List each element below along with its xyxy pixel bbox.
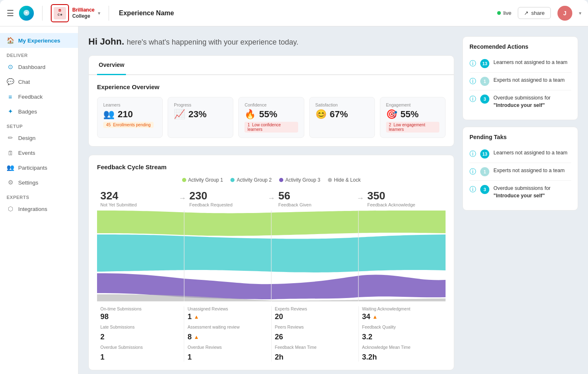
sidebar-item-events[interactable]: 🗓 Events bbox=[0, 145, 78, 160]
stat-learners-val: 210 bbox=[118, 109, 133, 120]
sidebar-item-settings[interactable]: ⚙ Settings bbox=[0, 175, 78, 190]
pending-item-1: ⓘ 13 Learners not assigned to a team bbox=[469, 145, 571, 163]
legend-activity-group-1: Activity Group 1 bbox=[182, 177, 223, 183]
pending-badge-3: 3 bbox=[480, 185, 489, 194]
overview-tabs: Overview bbox=[89, 56, 454, 75]
col-desc-4: Feedback Acknowledge bbox=[368, 202, 443, 207]
pending-icon-3: ⓘ bbox=[469, 185, 476, 194]
greeting-subtitle: here's what's happening with your experi… bbox=[127, 38, 299, 46]
sidebar-design-label: Design bbox=[18, 135, 36, 141]
arrow-1-icon: → bbox=[179, 194, 186, 203]
action-badge-1: 13 bbox=[480, 59, 489, 68]
stat-confidence-label: Confidence bbox=[244, 102, 298, 107]
sidebar-item-dashboard[interactable]: ⊙ Dashboard bbox=[0, 59, 78, 74]
footer-label-ontime: On-time Submissions bbox=[100, 306, 180, 311]
footer-val-ack-mean-time: 3.2h bbox=[362, 353, 442, 362]
action-text-1: Learners not assigned to a team bbox=[493, 59, 567, 66]
footer-label-waiting-review: Assessment waiting review bbox=[187, 324, 268, 329]
sidebar-item-my-experiences[interactable]: 🏠 My Experiences bbox=[0, 33, 78, 48]
right-panel: Recomended Actions ⓘ 13 Learners not ass… bbox=[462, 36, 578, 370]
integrations-icon: ⬡ bbox=[7, 205, 14, 213]
sidebar-participants-label: Participants bbox=[18, 165, 47, 171]
recommended-actions-title: Recomended Actions bbox=[469, 43, 571, 50]
sidebar-item-chat[interactable]: 💬 Chat bbox=[0, 74, 78, 89]
stat-learners: Learners 👥 210 45 Enrollments pending bbox=[97, 97, 163, 138]
engagement-icon: 🎯 bbox=[386, 109, 397, 120]
action-text-2: Experts not assigned to a team bbox=[493, 77, 564, 84]
share-label: share bbox=[531, 10, 545, 16]
sidebar: 🏠 My Experiences Deliver ⊙ Dashboard 💬 C… bbox=[0, 26, 78, 374]
share-button[interactable]: ↗ share bbox=[518, 7, 551, 19]
sidebar-item-feedback[interactable]: ≡ Feedback bbox=[0, 89, 78, 104]
sidebar-settings-label: Settings bbox=[18, 180, 38, 186]
legend-dot-1 bbox=[182, 178, 186, 182]
pending-badge-2: 1 bbox=[480, 167, 489, 176]
sidebar-item-design[interactable]: ✏ Design bbox=[0, 130, 78, 145]
brand-chevron-icon[interactable]: ▾ bbox=[98, 10, 100, 16]
brand-area[interactable]: B C★ Brilliance College ▾ bbox=[51, 4, 100, 22]
sidebar-dashboard-label: Dashboard bbox=[18, 64, 45, 70]
events-icon: 🗓 bbox=[7, 149, 14, 156]
live-dot-icon bbox=[497, 11, 501, 15]
stream-title: Feedback Cycle Stream bbox=[97, 163, 446, 170]
footer-label-waiting-ack: Waiting Acknowledgment bbox=[362, 306, 442, 311]
legend-activity-group-3: Activity Group 3 bbox=[279, 177, 320, 183]
action-item-2: ⓘ 1 Experts not assigned to a team bbox=[469, 73, 571, 90]
avatar-chevron-icon[interactable]: ▾ bbox=[579, 10, 581, 16]
footer-col-4: Waiting Acknowledgment 34 ▲ Feedback Qua… bbox=[358, 306, 446, 362]
divider bbox=[42, 6, 43, 21]
stream-col-nums: 324 Not Yet Submitted → 230 Feedback Req… bbox=[97, 189, 446, 207]
stream-visualization bbox=[97, 211, 446, 301]
stat-confidence: Confidence 🔥 55% 1 Low confidence learne… bbox=[238, 97, 304, 138]
design-icon: ✏ bbox=[7, 134, 14, 142]
footer-val-waiting-ack: 34 ▲ bbox=[362, 312, 442, 321]
col-num-1: 324 bbox=[100, 189, 175, 202]
confidence-badge: 1 Low confidence learners bbox=[244, 122, 298, 133]
legend-dot-3 bbox=[279, 178, 283, 182]
stat-progress: Progress 📈 23% bbox=[168, 97, 233, 138]
hamburger-icon[interactable]: ☰ bbox=[7, 8, 14, 18]
pending-tasks-card: Pending Taks ⓘ 13 Learners not assigned … bbox=[462, 127, 578, 211]
legend-label-1: Activity Group 1 bbox=[188, 177, 223, 183]
content-area: Hi John. here's what's happening with yo… bbox=[78, 26, 588, 374]
pending-text-1: Learners not assigned to a team bbox=[493, 149, 567, 157]
legend-dot-4 bbox=[328, 178, 332, 182]
topbar: ☰ B C★ Brilliance College ▾ Experience N… bbox=[0, 0, 588, 26]
legend-hide-lock: Hide & Lock bbox=[328, 177, 361, 183]
sidebar-item-integrations[interactable]: ⬡ Integrations bbox=[0, 201, 78, 216]
footer-val-waiting-review: 8 ▲ bbox=[187, 333, 268, 341]
brand-logo: B C★ bbox=[51, 4, 69, 22]
stat-satisfaction-val: 67% bbox=[330, 109, 348, 120]
pending-item-2: ⓘ 1 Experts not assigned to a team bbox=[469, 163, 571, 181]
experience-name: Experience Name bbox=[119, 9, 174, 17]
action-icon-2: ⓘ bbox=[469, 77, 476, 86]
sidebar-item-badges[interactable]: ✦ Badges bbox=[0, 104, 78, 119]
tab-overview[interactable]: Overview bbox=[97, 56, 126, 75]
footer-label-ack-mean-time: Acknowledge Mean Time bbox=[362, 345, 442, 350]
satisfaction-icon: 😊 bbox=[315, 109, 327, 120]
share-icon: ↗ bbox=[524, 10, 529, 16]
home-icon: 🏠 bbox=[7, 37, 14, 44]
sidebar-events-label: Events bbox=[18, 150, 35, 156]
settings-icon: ⚙ bbox=[7, 179, 14, 186]
avatar[interactable]: J bbox=[557, 6, 572, 21]
engagement-badge: 2 Low engagement learners bbox=[386, 122, 439, 133]
stat-satisfaction-label: Satisfaction bbox=[315, 102, 369, 107]
sidebar-feedback-label: Feedback bbox=[18, 94, 43, 100]
legend-label-3: Activity Group 3 bbox=[285, 177, 320, 183]
footer-col-2: Unassigned Reviews 1 ▲ Assessment waitin… bbox=[184, 306, 271, 362]
chat-icon: 💬 bbox=[7, 78, 14, 85]
sidebar-item-participants[interactable]: 👥 Participants bbox=[0, 160, 78, 175]
sidebar-integrations-label: Integrations bbox=[18, 206, 47, 212]
action-icon-3: ⓘ bbox=[469, 95, 476, 104]
pending-icon-1: ⓘ bbox=[469, 150, 476, 159]
col-desc-3: Feedback Given bbox=[278, 202, 353, 207]
footer-val-unassigned: 1 ▲ bbox=[187, 312, 268, 321]
footer-col-3: Experts Reviews 20 Peers Reviews 26 Feed… bbox=[271, 306, 358, 362]
action-item-3: ⓘ 3 Overdue submissions for "Introduce y… bbox=[469, 90, 571, 113]
greeting-name: Hi John. bbox=[88, 36, 124, 47]
svg-text:B: B bbox=[59, 8, 62, 12]
main-content: Hi John. here's what's happening with yo… bbox=[88, 36, 454, 370]
topbar-right: live ↗ share J ▾ bbox=[497, 6, 581, 21]
brand-name-bottom: College bbox=[72, 13, 95, 19]
